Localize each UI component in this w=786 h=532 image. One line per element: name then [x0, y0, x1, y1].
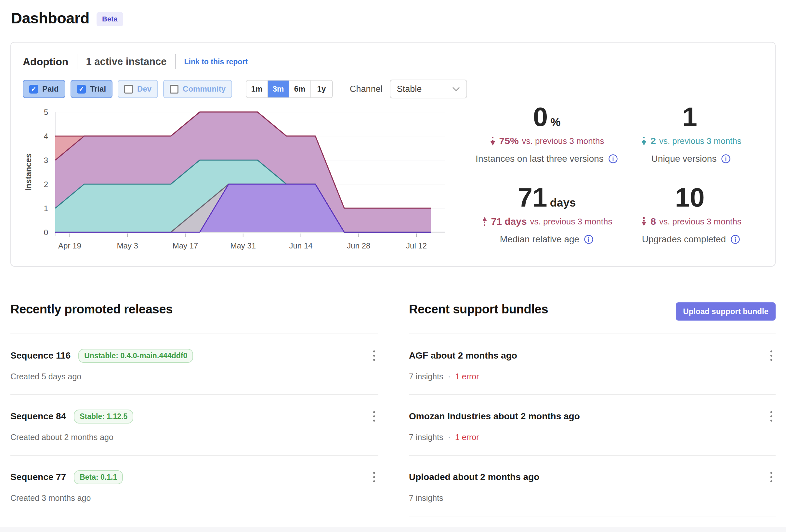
arrow-up-dashed-icon	[481, 217, 488, 226]
channel-select-value: Stable	[397, 84, 422, 94]
bundle-row: AGF about 2 months ago 7 insights · 1 er…	[409, 334, 776, 395]
stat-change-suffix: vs. previous 3 months	[659, 136, 741, 146]
filter-row: ✓ Paid ✓ Trial Dev Community 1m 3m 6m 1y…	[23, 79, 763, 98]
stat-change-value: 2	[650, 136, 656, 146]
svg-text:May 17: May 17	[172, 241, 198, 250]
kebab-menu-icon[interactable]	[767, 409, 776, 424]
release-row: Sequence 116 Unstable: 0.4.0-main.444ddf…	[10, 334, 378, 395]
stat-number: 71	[518, 184, 548, 211]
adoption-chart-svg: 012345Apr 19May 3May 17May 31Jun 14Jun 2…	[23, 102, 455, 257]
bundle-insights: 7 insights	[409, 493, 443, 503]
release-created: Created about 2 months ago	[10, 433, 378, 442]
channel-select[interactable]: Stable	[390, 79, 467, 98]
bundle-insights: 7 insights	[409, 372, 443, 381]
kebab-menu-icon[interactable]	[370, 409, 378, 424]
range-6m[interactable]: 6m	[289, 80, 311, 97]
svg-text:May 3: May 3	[117, 241, 138, 250]
stat-label: Median relative age	[500, 234, 579, 245]
stat-number: 1	[682, 104, 697, 130]
stat-change: 8 vs. previous 3 months	[619, 216, 763, 227]
bundle-row-top: AGF about 2 months ago	[409, 348, 776, 363]
kebab-menu-icon[interactable]	[370, 348, 378, 363]
bundle-insights-row: 7 insights	[409, 493, 776, 503]
release-title: Sequence 116	[10, 350, 71, 361]
arrow-down-dashed-icon	[641, 136, 647, 146]
range-1m[interactable]: 1m	[247, 80, 268, 97]
release-title-row: Sequence 77 Beta: 0.1.1	[10, 470, 123, 484]
info-icon[interactable]	[731, 235, 740, 244]
checkbox-unchecked-icon	[124, 85, 133, 94]
stat-change: 2 vs. previous 3 months	[619, 136, 763, 146]
filter-paid-label: Paid	[42, 84, 59, 94]
kebab-menu-icon[interactable]	[767, 348, 776, 363]
release-title: Sequence 77	[10, 472, 66, 482]
filter-dev[interactable]: Dev	[118, 80, 158, 98]
bundle-row: Omozan Industries about 2 months ago 7 i…	[409, 395, 776, 456]
page-header: Dashboard Beta	[0, 0, 786, 27]
svg-text:Jun 14: Jun 14	[289, 241, 313, 250]
bottom-columns: Recently promoted releases Sequence 116 …	[10, 303, 776, 532]
bundle-row: Uploaded about 2 months ago 7 insights	[409, 456, 776, 516]
adoption-card-header: Adoption 1 active instance Link to this …	[23, 54, 763, 69]
release-created: Created 5 days ago	[10, 372, 378, 381]
svg-text:1: 1	[44, 204, 48, 213]
svg-text:Instances: Instances	[24, 153, 33, 191]
stat-change-suffix: vs. previous 3 months	[659, 217, 741, 227]
stat-value: 1	[619, 104, 763, 130]
checkbox-checked-icon: ✓	[29, 85, 38, 94]
release-row: Sequence 77 Beta: 0.1.1 Created 3 months…	[10, 456, 378, 516]
checkbox-unchecked-icon	[170, 85, 179, 94]
bundle-errors: 1 error	[455, 433, 479, 442]
release-title-row: Sequence 84 Stable: 1.12.5	[10, 410, 133, 424]
svg-text:May 31: May 31	[230, 241, 256, 250]
adoption-area-chart: 012345Apr 19May 3May 17May 31Jun 14Jun 2…	[23, 102, 455, 258]
stat-change: 71 days vs. previous 3 months	[475, 216, 619, 227]
stat-change: 75% vs. previous 3 months	[475, 136, 619, 146]
info-icon[interactable]	[584, 235, 594, 244]
range-3m-selected[interactable]: 3m	[268, 80, 289, 97]
dot-separator: ·	[448, 433, 450, 442]
release-channel-badge: Unstable: 0.4.0-main.444ddf0	[78, 349, 193, 363]
bundle-title: Uploaded about 2 months ago	[409, 472, 539, 482]
stat-upgrades-completed: 10 8 vs. previous 3 months Upgrades comp…	[619, 184, 763, 245]
release-row-top: Sequence 84 Stable: 1.12.5	[10, 409, 378, 424]
stat-change-value: 8	[650, 216, 656, 227]
upload-support-bundle-button[interactable]: Upload support bundle	[676, 303, 776, 320]
stat-unit: %	[550, 116, 560, 128]
bundle-insights-row: 7 insights · 1 error	[409, 372, 776, 381]
kebab-menu-icon[interactable]	[767, 470, 776, 484]
stat-label-row: Upgrades completed	[619, 234, 763, 245]
release-created: Created 3 months ago	[10, 493, 378, 503]
stat-label-row: Instances on last three versions	[475, 154, 619, 164]
filter-community[interactable]: Community	[163, 80, 232, 98]
stat-value: 0%	[475, 104, 619, 130]
release-row-top: Sequence 116 Unstable: 0.4.0-main.444ddf…	[10, 348, 378, 363]
bundles-section: Recent support bundles Upload support bu…	[409, 303, 776, 532]
arrow-down-dashed-icon	[641, 217, 647, 226]
svg-text:Jun 28: Jun 28	[347, 241, 370, 250]
svg-text:Apr 19: Apr 19	[58, 241, 81, 250]
stat-label: Unique versions	[651, 154, 717, 164]
link-to-report[interactable]: Link to this report	[184, 57, 248, 66]
page-title: Dashboard	[11, 9, 89, 27]
release-row-top: Sequence 77 Beta: 0.1.1	[10, 470, 378, 484]
stat-change-value: 75%	[499, 136, 519, 146]
info-icon[interactable]	[721, 154, 731, 164]
time-range-segmented-control: 1m 3m 6m 1y	[246, 80, 333, 98]
kebab-menu-icon[interactable]	[370, 470, 378, 484]
adoption-stats-grid: 0% 75% vs. previous 3 months Instances o…	[455, 104, 763, 258]
channel-label: Channel	[350, 84, 383, 94]
bundle-title: AGF about 2 months ago	[409, 350, 517, 361]
release-row: Sequence 84 Stable: 1.12.5 Created about…	[10, 395, 378, 456]
adoption-card: Adoption 1 active instance Link to this …	[10, 42, 776, 267]
stat-label-row: Median relative age	[475, 234, 619, 245]
release-title: Sequence 84	[10, 411, 66, 421]
header-divider	[175, 54, 176, 69]
info-icon[interactable]	[608, 154, 618, 164]
svg-text:3: 3	[44, 156, 48, 165]
filter-trial[interactable]: ✓ Trial	[71, 80, 113, 98]
range-1y[interactable]: 1y	[311, 80, 332, 97]
stat-change-value: 71 days	[491, 216, 527, 227]
release-title-row: Sequence 116 Unstable: 0.4.0-main.444ddf…	[10, 349, 193, 363]
filter-paid[interactable]: ✓ Paid	[23, 80, 65, 98]
